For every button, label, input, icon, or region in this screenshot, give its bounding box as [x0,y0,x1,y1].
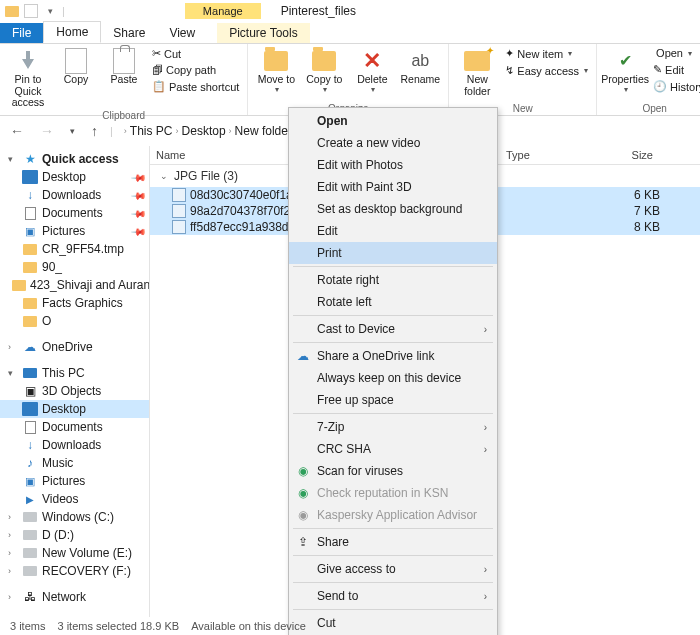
star-icon [22,152,38,166]
col-type[interactable]: Type [500,146,590,164]
ctx-cast[interactable]: Cast to Device› [289,318,497,340]
tree-desktop[interactable]: Desktop [0,400,149,418]
copy-icon [61,48,91,74]
ctx-new-video[interactable]: Create a new video [289,132,497,154]
ctx-edit-paint3d[interactable]: Edit with Paint 3D [289,176,497,198]
breadcrumb-seg-2[interactable]: New folder [235,124,292,138]
ctx-rotate-left[interactable]: Rotate left [289,291,497,313]
history-button[interactable]: 🕘History [651,79,700,94]
chevron-right-icon: › [484,591,487,602]
copy-path-icon: 🗐 [152,64,163,76]
easy-access-button[interactable]: ↯Easy access [503,63,590,78]
ctx-keep-device[interactable]: Always keep on this device [289,367,497,389]
ctx-rotate-right[interactable]: Rotate right [289,269,497,291]
tree-documents[interactable]: Documents [0,418,149,436]
forward-button[interactable]: → [36,123,58,139]
navigation-pane[interactable]: ▾Quick access Desktop📌 Downloads📌 Docume… [0,146,150,617]
tab-file[interactable]: File [0,23,43,43]
back-button[interactable]: ← [6,123,28,139]
new-item-button[interactable]: ✦New item [503,46,590,61]
tree-qa-downloads[interactable]: Downloads📌 [0,186,149,204]
ctx-scan-virus[interactable]: ◉Scan for viruses [289,460,497,482]
properties-button[interactable]: ✔ Properties [603,46,647,94]
tree-qa-423[interactable]: 423_Shivaji and Aurangze [0,276,149,294]
pc-icon [22,366,38,380]
tree-downloads[interactable]: Downloads [0,436,149,454]
ctx-free-space[interactable]: Free up space [289,389,497,411]
qat-dropdown-icon[interactable]: ▾ [42,3,58,19]
paste-button[interactable]: Paste [102,46,146,86]
ctx-open[interactable]: Open [289,110,497,132]
col-size[interactable]: Size [590,146,660,164]
ctx-edit-photos[interactable]: Edit with Photos [289,154,497,176]
rename-button[interactable]: ab Rename [398,46,442,86]
ctx-crc-sha[interactable]: CRC SHA› [289,438,497,460]
tab-home[interactable]: Home [43,21,101,43]
ctx-sep [293,582,493,583]
tree-qa-90[interactable]: 90_ [0,258,149,276]
tree-music[interactable]: Music [0,454,149,472]
open-button[interactable]: Open [651,46,700,60]
ctx-share-onedrive[interactable]: ☁Share a OneDrive link [289,345,497,367]
tab-share[interactable]: Share [101,23,157,43]
copy-path-button[interactable]: 🗐Copy path [150,63,241,77]
context-menu: Open Create a new video Edit with Photos… [288,107,498,635]
shield-icon: ◉ [295,464,311,478]
edit-button[interactable]: ✎Edit [651,62,700,77]
status-selected: 3 items selected 18.9 KB [57,620,179,632]
paste-shortcut-button[interactable]: 📋Paste shortcut [150,79,241,94]
tree-network[interactable]: ›🖧Network [0,588,149,606]
folder-icon [22,314,38,328]
tree-qa-o[interactable]: O [0,312,149,330]
cloud-icon: ☁ [295,349,311,363]
new-folder-button[interactable]: New folder [455,46,499,97]
delete-button[interactable]: ✕ Delete [350,46,394,94]
tree-drive-e[interactable]: ›New Volume (E:) [0,544,149,562]
ctx-print[interactable]: Print [289,242,497,264]
pictures-icon [22,224,38,238]
tree-qa-documents[interactable]: Documents📌 [0,204,149,222]
copy-button[interactable]: Copy [54,46,98,86]
tree-3d-objects[interactable]: ▣3D Objects [0,382,149,400]
recent-locations-button[interactable]: ▾ [66,126,79,136]
tree-qa-facts[interactable]: Facts Graphics [0,294,149,312]
ctx-share[interactable]: ⇪Share [289,531,497,553]
tree-onedrive[interactable]: ›OneDrive [0,338,149,356]
tree-qa-cr[interactable]: CR_9FF54.tmp [0,240,149,258]
ctx-7zip[interactable]: 7-Zip› [289,416,497,438]
cut-button[interactable]: ✂Cut [150,46,241,61]
tree-quick-access[interactable]: ▾Quick access [0,150,149,168]
tab-picture-tools[interactable]: Picture Tools [217,23,309,43]
title-bar: ▾ | Manage Pinterest_files [0,0,700,22]
pin-icon: 📌 [131,205,147,221]
tree-drive-d[interactable]: ›D (D:) [0,526,149,544]
ctx-give-access[interactable]: Give access to› [289,558,497,580]
drive-icon [22,528,38,542]
pin-label: Pin to Quick access [6,74,50,109]
ctx-kaspersky[interactable]: ◉Kaspersky Application Advisor [289,504,497,526]
tree-qa-desktop[interactable]: Desktop📌 [0,168,149,186]
jpg-icon [172,188,186,202]
breadcrumb-seg-1[interactable]: Desktop [182,124,226,138]
qat-placeholder-icon[interactable] [24,4,38,18]
tree-this-pc[interactable]: ▾This PC [0,364,149,382]
tree-drive-c[interactable]: ›Windows (C:) [0,508,149,526]
ctx-sep [293,555,493,556]
breadcrumb-seg-0[interactable]: This PC [130,124,173,138]
up-button[interactable]: ↑ [87,123,102,139]
tree-qa-pictures[interactable]: Pictures📌 [0,222,149,240]
tree-videos[interactable]: Videos [0,490,149,508]
tree-pictures[interactable]: Pictures [0,472,149,490]
move-to-button[interactable]: Move to [254,46,298,94]
group-label-clipboard: Clipboard [102,109,145,122]
ctx-set-background[interactable]: Set as desktop background [289,198,497,220]
ctx-edit[interactable]: Edit [289,220,497,242]
copy-to-button[interactable]: Copy to [302,46,346,94]
contextual-tab-manage[interactable]: Manage [185,3,261,19]
tab-view[interactable]: View [157,23,207,43]
properties-icon: ✔ [610,48,640,74]
tree-drive-f[interactable]: ›RECOVERY (F:) [0,562,149,580]
ctx-send-to[interactable]: Send to› [289,585,497,607]
pin-to-quick-access-button[interactable]: Pin to Quick access [6,46,50,109]
ctx-check-ksn[interactable]: ◉Check reputation in KSN [289,482,497,504]
